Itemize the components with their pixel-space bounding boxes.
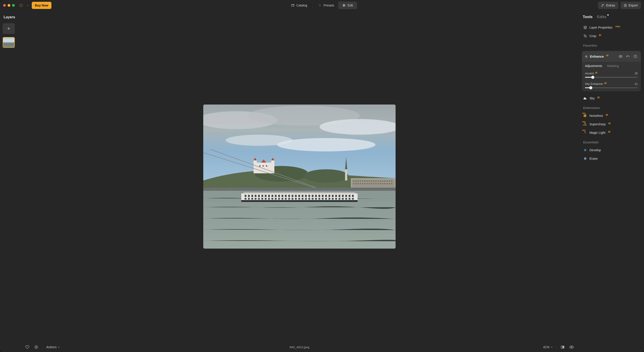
favorite-heart-button[interactable]: [24, 345, 30, 350]
undo-button[interactable]: [625, 54, 631, 59]
divider: [42, 345, 43, 349]
svg-rect-50: [386, 180, 388, 181]
minimize-window-button[interactable]: [8, 4, 10, 7]
svg-rect-121: [251, 198, 253, 200]
edits-tab-label: Edits: [597, 15, 606, 19]
enhance-panel: Enhance AI Adjustments Masking: [582, 51, 641, 91]
svg-rect-59: [366, 183, 368, 184]
svg-rect-56: [360, 183, 361, 184]
window-controls: [3, 4, 15, 7]
svg-rect-130: [282, 198, 283, 200]
svg-rect-62: [373, 183, 374, 184]
app-menu-chevron-icon[interactable]: [27, 4, 28, 7]
noiseless-tool[interactable]: PRO Noiseless AI: [582, 112, 641, 120]
sliders-icon: [342, 3, 346, 7]
sky-enhancer-slider[interactable]: [585, 87, 638, 88]
svg-rect-135: [298, 198, 300, 200]
sky-enhancer-slider-block: Sky Enhancer AI 11: [582, 81, 641, 91]
svg-rect-93: [268, 195, 270, 197]
tools-tab[interactable]: Tools: [583, 15, 592, 19]
edit-tab[interactable]: Edit: [338, 1, 357, 9]
svg-rect-99: [288, 195, 290, 197]
crop-icon: [583, 34, 587, 38]
develop-tool[interactable]: Develop: [582, 146, 641, 154]
layers-title: Layers: [4, 15, 15, 19]
export-label: Export: [629, 3, 638, 7]
svg-rect-31: [345, 169, 347, 180]
svg-rect-0: [292, 4, 294, 6]
layer-thumbnail-1[interactable]: [3, 37, 15, 48]
sky-enhancer-slider-thumb[interactable]: [589, 86, 592, 89]
svg-rect-110: [325, 195, 327, 197]
svg-rect-147: [338, 198, 340, 200]
crop-tool[interactable]: Crop AI: [582, 32, 641, 40]
develop-label: Develop: [590, 148, 601, 152]
layers-panel: Layers: [0, 11, 20, 352]
edits-tab[interactable]: Edits: [597, 15, 606, 19]
supersharp-tool[interactable]: PRO Supersharp AI: [582, 120, 641, 128]
svg-rect-101: [295, 195, 297, 197]
svg-rect-35: [353, 180, 354, 181]
svg-rect-37: [358, 180, 359, 181]
actions-dropdown[interactable]: Actions: [46, 345, 60, 349]
image-canvas[interactable]: [203, 105, 396, 249]
close-window-button[interactable]: [3, 4, 6, 7]
zoom-dropdown[interactable]: 41%: [543, 345, 552, 349]
svg-rect-146: [335, 198, 337, 200]
svg-rect-38: [360, 180, 361, 181]
svg-rect-103: [302, 195, 304, 197]
maximize-window-button[interactable]: [12, 4, 15, 7]
add-layer-button[interactable]: [3, 23, 15, 34]
essentials-heading: Essentials: [582, 137, 641, 145]
actions-label: Actions: [46, 345, 56, 349]
buy-now-button[interactable]: Buy Now: [32, 2, 52, 9]
adjustments-subtab[interactable]: Adjustments: [585, 64, 602, 68]
ai-badge: AI: [608, 131, 610, 133]
masking-subtab[interactable]: Masking: [607, 64, 619, 68]
top-bar: Buy Now Catalog Presets Edit: [0, 0, 644, 11]
svg-rect-66: [382, 183, 383, 184]
svg-rect-61: [371, 183, 372, 184]
catalog-tab[interactable]: Catalog: [287, 1, 311, 9]
svg-rect-128: [275, 198, 276, 200]
magic-light-icon: PRO: [583, 131, 587, 135]
svg-rect-42: [369, 180, 370, 181]
erase-tool[interactable]: Erase: [582, 155, 641, 162]
sky-tool[interactable]: Sky AI: [582, 94, 641, 102]
layer-properties-tool[interactable]: Layer Properties PRO: [582, 24, 641, 31]
svg-rect-55: [358, 183, 359, 184]
svg-rect-116: [345, 195, 347, 197]
right-panel: Tools Edits Layer Properties PRO Crop AI: [579, 11, 644, 352]
svg-rect-118: [352, 195, 354, 197]
enhance-header[interactable]: Enhance AI: [582, 51, 641, 62]
presets-tab[interactable]: Presets: [314, 1, 338, 9]
export-button[interactable]: Export: [620, 2, 641, 9]
svg-point-168: [586, 133, 586, 134]
erase-icon: [583, 157, 587, 160]
extras-button[interactable]: Extras: [598, 2, 618, 9]
svg-point-160: [620, 56, 621, 57]
top-bar-right: Extras Export: [598, 2, 641, 9]
svg-rect-98: [285, 195, 287, 197]
svg-rect-140: [315, 198, 317, 200]
compare-view-button[interactable]: [560, 345, 565, 350]
info-button[interactable]: [632, 54, 638, 59]
accent-slider-label: Accent: [585, 72, 594, 75]
supersharp-icon: PRO: [583, 122, 587, 126]
svg-rect-64: [378, 183, 379, 184]
svg-rect-84: [241, 200, 358, 202]
visibility-eye-button[interactable]: [618, 54, 624, 59]
reject-button[interactable]: [34, 345, 39, 350]
preview-eye-button[interactable]: [569, 345, 574, 350]
app-logo-icon[interactable]: [18, 2, 24, 8]
svg-rect-151: [352, 198, 354, 200]
accent-slider-thumb[interactable]: [591, 76, 594, 79]
svg-rect-165: [584, 115, 586, 116]
svg-rect-91: [262, 195, 263, 197]
svg-rect-102: [298, 195, 300, 197]
svg-point-170: [584, 150, 586, 151]
accent-slider[interactable]: [585, 77, 638, 78]
divider: [312, 3, 313, 8]
svg-rect-65: [380, 183, 381, 184]
magic-light-tool[interactable]: PRO Magic Light AI: [582, 129, 641, 137]
